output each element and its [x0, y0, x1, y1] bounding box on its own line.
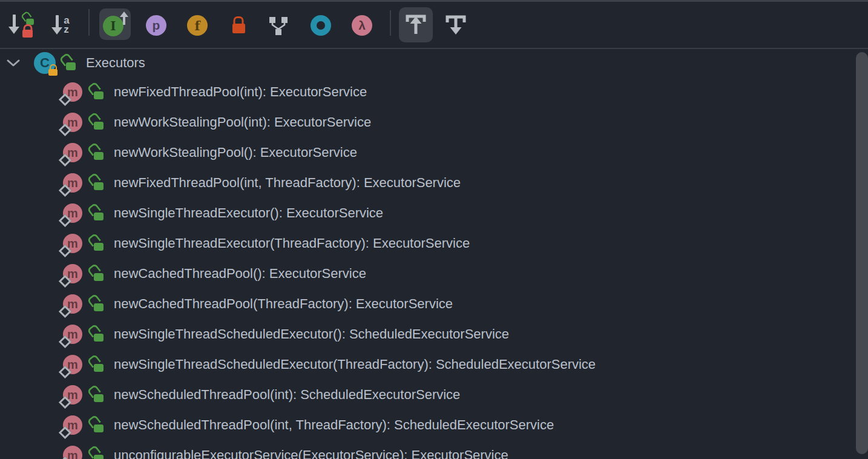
property-icon: p — [146, 15, 166, 36]
merge-fork-icon — [268, 15, 289, 36]
method-icon: m — [63, 294, 82, 314]
method-icon: m — [63, 203, 82, 223]
method-signature-label: newSingleThreadExecutor(): ExecutorServi… — [114, 205, 383, 221]
tree-item-method[interactable]: m newSingleThreadScheduledExecutor(): Sc… — [0, 319, 853, 349]
tree-item-method[interactable]: m newScheduledThreadPool(int): Scheduled… — [0, 380, 853, 410]
public-lock-icon — [91, 115, 104, 130]
method-signature-label: newSingleThreadScheduledExecutor(ThreadF… — [114, 357, 596, 372]
method-icon: m — [63, 325, 82, 344]
public-lock-icon — [91, 85, 104, 99]
show-lambdas-button[interactable]: λ — [347, 11, 376, 40]
tree-root-item[interactable]: C Executors — [0, 49, 853, 77]
public-lock-icon — [91, 327, 104, 342]
group-by-defining-type-button[interactable] — [264, 11, 293, 40]
public-lock-icon — [91, 145, 104, 160]
method-signature-label: newSingleThreadScheduledExecutor(): Sche… — [114, 326, 509, 342]
public-lock-icon — [91, 388, 104, 402]
method-icon: m — [63, 82, 82, 102]
tree-item-method[interactable]: m newSingleThreadExecutor(ThreadFactory)… — [0, 228, 853, 259]
method-icon: m — [63, 173, 82, 193]
method-icon: m — [63, 355, 82, 374]
tree-item-method[interactable]: m newFixedThreadPool(int): ExecutorServi… — [0, 77, 853, 107]
method-signature-label: newWorkStealingPool(): ExecutorService — [114, 145, 357, 160]
show-anonymous-classes-button[interactable] — [306, 11, 335, 40]
structure-tree: C Executors m newFixedThreadPool(int): E… — [0, 49, 853, 459]
tree-item-method[interactable]: m newScheduledThreadPool(int, ThreadFact… — [0, 410, 853, 440]
tree-item-method[interactable]: m newWorkStealingPool(int): ExecutorServ… — [0, 107, 853, 137]
public-lock-icon — [91, 266, 104, 281]
arrow-down-from-bracket-icon — [442, 11, 469, 39]
arrow-up-into-bracket-icon — [403, 11, 429, 39]
show-properties-button[interactable]: p — [142, 11, 171, 40]
method-icon: m — [63, 143, 82, 162]
method-icon: m — [63, 385, 82, 405]
toolbar-separator — [88, 9, 90, 36]
closed-lock-icon — [22, 28, 33, 38]
sort-arrow-down-icon — [51, 15, 62, 35]
method-signature-label: newSingleThreadExecutor(ThreadFactory): … — [114, 236, 470, 251]
method-signature-label: newFixedThreadPool(int, ThreadFactory): … — [114, 175, 461, 191]
tree-item-method[interactable]: m newCachedThreadPool(): ExecutorService — [0, 259, 853, 289]
method-icon: m — [63, 415, 82, 435]
method-icon: m — [63, 264, 82, 283]
lambda-icon: λ — [352, 15, 372, 36]
show-inherited-button[interactable]: I — [99, 8, 131, 40]
sort-by-visibility-button[interactable] — [7, 10, 34, 39]
public-lock-icon — [91, 418, 104, 432]
toolbar-separator — [390, 10, 391, 36]
chevron-down-icon[interactable] — [6, 58, 22, 68]
method-signature-label: newFixedThreadPool(int): ExecutorService — [114, 84, 367, 100]
public-lock-icon — [91, 297, 104, 311]
class-name-label: Executors — [86, 55, 145, 71]
public-lock-icon — [91, 206, 104, 220]
method-icon: m — [63, 113, 82, 132]
tree-item-method[interactable]: m newWorkStealingPool(): ExecutorService — [0, 137, 853, 168]
non-public-lock-icon — [232, 21, 245, 33]
method-signature-label: newCachedThreadPool(): ExecutorService — [114, 266, 366, 282]
tree-item-method[interactable]: m newFixedThreadPool(int, ThreadFactory)… — [0, 168, 853, 198]
method-icon: m — [63, 446, 82, 459]
tree-item-method[interactable]: m newSingleThreadScheduledExecutor(Threa… — [0, 349, 853, 380]
show-non-public-button[interactable] — [225, 11, 252, 40]
autoscroll-to-source-button[interactable] — [440, 8, 472, 41]
class-icon: C — [34, 52, 56, 74]
method-icon: m — [63, 234, 82, 253]
method-signature-label: newScheduledThreadPool(int): ScheduledEx… — [114, 387, 460, 403]
sort-alphabetically-button[interactable]: az — [47, 10, 74, 39]
method-signature-label: newScheduledThreadPool(int, ThreadFactor… — [114, 417, 554, 433]
autoscroll-from-source-button[interactable] — [399, 7, 433, 42]
a-z-letters: az — [64, 16, 69, 34]
tree-item-method[interactable]: m newSingleThreadExecutor(): ExecutorSer… — [0, 198, 853, 228]
show-fields-button[interactable]: f — [183, 11, 212, 40]
tree-item-method[interactable]: m newCachedThreadPool(ThreadFactory): Ex… — [0, 289, 853, 319]
sort-arrow-down-icon — [8, 15, 19, 35]
tree-item-method[interactable]: m unconfigurableExecutorService(Executor… — [0, 440, 853, 459]
up-arrow-icon — [120, 10, 128, 25]
field-icon: f — [187, 15, 208, 36]
public-lock-icon — [91, 448, 104, 459]
vertical-scrollbar-thumb[interactable] — [856, 52, 868, 454]
public-lock-icon — [63, 56, 76, 70]
structure-toolbar: az I p f λ — [0, 2, 868, 48]
anonymous-class-icon — [311, 15, 331, 36]
method-signature-label: newCachedThreadPool(ThreadFactory): Exec… — [114, 296, 453, 312]
public-lock-icon — [91, 176, 104, 190]
public-lock-icon — [91, 357, 104, 372]
open-lock-icon — [24, 13, 34, 25]
method-signature-label: unconfigurableExecutorService(ExecutorSe… — [114, 447, 508, 459]
public-lock-icon — [91, 236, 104, 251]
method-signature-label: newWorkStealingPool(int): ExecutorServic… — [114, 114, 371, 130]
final-lock-badge-icon — [48, 68, 58, 76]
